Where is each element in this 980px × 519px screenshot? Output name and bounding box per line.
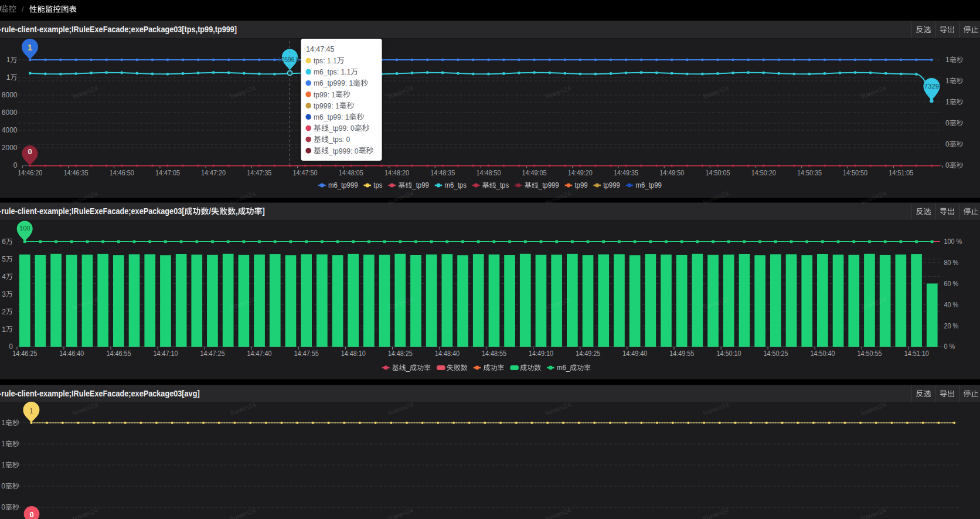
svg-text:1: 1 xyxy=(1,440,5,448)
svg-text:14:50:10: 14:50:10 xyxy=(716,350,741,358)
svg-text:20 %: 20 % xyxy=(944,322,959,330)
svg-text:1: 1 xyxy=(2,325,6,334)
svg-text:tps: tps xyxy=(373,181,382,189)
svg-text:14:49:55: 14:49:55 xyxy=(669,350,694,358)
svg-text:0: 0 xyxy=(29,510,33,519)
svg-text:14:46:20: 14:46:20 xyxy=(18,169,42,177)
svg-text:14:49:25: 14:49:25 xyxy=(576,350,600,358)
svg-text:14:48:35: 14:48:35 xyxy=(430,169,455,177)
svg-text:14:48:40: 14:48:40 xyxy=(435,350,460,358)
svg-text:4000: 4000 xyxy=(2,126,18,134)
svg-text:14:50:55: 14:50:55 xyxy=(858,350,882,358)
svg-text:14:48:10: 14:48:10 xyxy=(341,350,366,358)
svg-text:100: 100 xyxy=(19,225,30,232)
svg-text:14:47:20: 14:47:20 xyxy=(201,169,226,177)
svg-text:2: 2 xyxy=(2,308,6,316)
svg-text:3: 3 xyxy=(2,290,6,298)
svg-text:m6_tp99: 1: m6_tp99: 1 xyxy=(314,113,349,121)
svg-text:14:50:40: 14:50:40 xyxy=(811,350,835,358)
svg-text:14:47:10: 14:47:10 xyxy=(153,350,178,358)
svg-text:14:51:05: 14:51:05 xyxy=(889,169,913,177)
svg-text:0: 0 xyxy=(945,119,950,127)
svg-text:14:48:50: 14:48:50 xyxy=(476,169,501,177)
svg-text:0: 0 xyxy=(13,161,18,169)
svg-text:1: 1 xyxy=(6,73,11,82)
svg-text:m6_tps: m6_tps xyxy=(445,181,467,189)
svg-text:tp999: 1: tp999: 1 xyxy=(314,101,339,110)
svg-text:14:47:50: 14:47:50 xyxy=(293,169,318,177)
svg-text:0: 0 xyxy=(945,140,950,148)
svg-text:-rule-client-example;IRuleExeF: -rule-client-example;IRuleExeFacade;exeP… xyxy=(0,206,185,216)
svg-text:-rule-client-example;IRuleExeF: -rule-client-example;IRuleExeFacade;exeP… xyxy=(0,389,200,398)
svg-text:14:50:05: 14:50:05 xyxy=(705,169,730,177)
svg-text:6000: 6000 xyxy=(2,108,18,117)
svg-text:14:49:35: 14:49:35 xyxy=(614,169,638,177)
svg-text:7329: 7329 xyxy=(924,83,940,90)
svg-text:14:46:50: 14:46:50 xyxy=(110,169,134,177)
svg-text:_tp99: 0: _tp99: 0 xyxy=(328,124,355,133)
svg-text:14:49:40: 14:49:40 xyxy=(622,350,647,358)
svg-text:m6_tp99: m6_tp99 xyxy=(636,181,662,189)
svg-text:14:50:20: 14:50:20 xyxy=(751,169,776,177)
svg-text:/: / xyxy=(22,5,24,13)
svg-text:14:50:50: 14:50:50 xyxy=(843,169,867,177)
svg-text:14:49:20: 14:49:20 xyxy=(568,169,593,177)
svg-text:tps: 1.1: tps: 1.1 xyxy=(314,56,337,65)
svg-text:0: 0 xyxy=(9,342,13,351)
svg-text:14:48:55: 14:48:55 xyxy=(482,350,506,358)
svg-text:1: 1 xyxy=(1,419,5,427)
svg-text:,: , xyxy=(236,206,238,216)
svg-text:/: / xyxy=(209,206,212,216)
svg-text:tp99: 1: tp99: 1 xyxy=(314,90,335,99)
svg-text:6: 6 xyxy=(2,238,6,246)
svg-text:100 %: 100 % xyxy=(944,238,962,246)
svg-text:0: 0 xyxy=(945,161,950,169)
svg-text:1: 1 xyxy=(945,98,950,106)
svg-text:_tps: 0: _tps: 0 xyxy=(328,135,350,144)
svg-text:14:47:35: 14:47:35 xyxy=(247,169,271,177)
svg-text:8000: 8000 xyxy=(2,91,18,99)
svg-text:40 %: 40 % xyxy=(944,301,959,309)
svg-text:14:47:55: 14:47:55 xyxy=(294,350,319,358)
svg-text:_tps: _tps xyxy=(496,181,509,189)
svg-text:_tp99: _tp99 xyxy=(411,181,429,189)
svg-text:0 %: 0 % xyxy=(944,342,955,351)
svg-text:0: 0 xyxy=(1,503,5,511)
svg-text:1: 1 xyxy=(6,56,11,64)
svg-text:14:47:45: 14:47:45 xyxy=(306,45,334,53)
svg-text:1: 1 xyxy=(29,406,33,415)
svg-text:14:46:35: 14:46:35 xyxy=(64,169,89,177)
svg-text:0: 0 xyxy=(1,482,5,490)
svg-text:m6_tp999: 1: m6_tp999: 1 xyxy=(314,79,353,87)
svg-text:10596.8: 10596.8 xyxy=(278,56,300,64)
svg-text:14:48:05: 14:48:05 xyxy=(339,169,363,177)
svg-text:14:49:10: 14:49:10 xyxy=(529,350,553,358)
svg-text:14:46:55: 14:46:55 xyxy=(106,350,131,358)
svg-text:0: 0 xyxy=(28,147,32,156)
svg-text:14:47:40: 14:47:40 xyxy=(247,350,272,358)
svg-text:14:50:25: 14:50:25 xyxy=(764,350,788,358)
svg-text:2000: 2000 xyxy=(2,144,18,152)
svg-text:14:46:40: 14:46:40 xyxy=(59,350,84,358)
svg-text:1: 1 xyxy=(945,77,950,85)
svg-text:m6_tp999: m6_tp999 xyxy=(328,181,358,189)
svg-text:1: 1 xyxy=(28,42,32,52)
svg-text:5: 5 xyxy=(2,255,6,263)
svg-text:60 %: 60 % xyxy=(944,280,959,288)
svg-text:14:51:10: 14:51:10 xyxy=(904,350,929,358)
svg-text:tp999: tp999 xyxy=(603,181,620,189)
svg-text:-rule-client-example;IRuleExeF: -rule-client-example;IRuleExeFacade;exeP… xyxy=(0,25,237,34)
svg-text:14:47:25: 14:47:25 xyxy=(200,350,225,358)
svg-text:14:50:35: 14:50:35 xyxy=(797,169,822,177)
svg-text:_: _ xyxy=(406,364,410,372)
svg-text:14:49:50: 14:49:50 xyxy=(659,169,684,177)
svg-text:_tp999: _tp999 xyxy=(538,181,559,189)
svg-text:1: 1 xyxy=(945,56,950,64)
svg-text:4: 4 xyxy=(2,273,6,281)
svg-text:14:49:05: 14:49:05 xyxy=(522,169,547,177)
svg-text:tp99: tp99 xyxy=(574,181,588,189)
svg-text:80 %: 80 % xyxy=(944,259,959,267)
svg-text:]: ] xyxy=(263,206,265,216)
svg-text:14:48:20: 14:48:20 xyxy=(384,169,409,177)
svg-text:m6_: m6_ xyxy=(557,364,570,372)
